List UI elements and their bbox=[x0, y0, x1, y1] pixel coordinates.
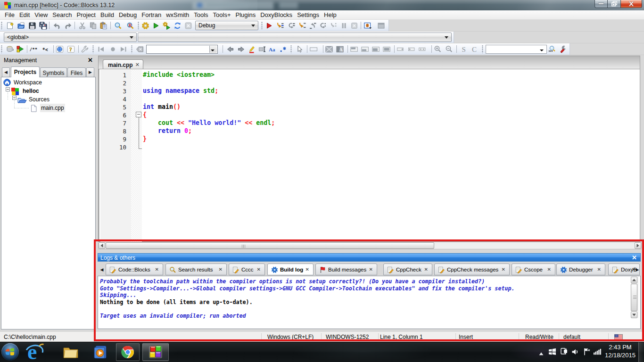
wxs-border-right-icon[interactable] bbox=[397, 45, 407, 53]
next-line-icon[interactable] bbox=[288, 22, 296, 30]
doxyblocks-extract-icon[interactable] bbox=[16, 45, 24, 53]
copy-icon[interactable] bbox=[89, 22, 97, 30]
incsearch-clear-icon[interactable] bbox=[136, 45, 144, 53]
source-letter-s-icon[interactable]: S bbox=[460, 45, 468, 53]
wxs-pointer-icon[interactable] bbox=[296, 45, 304, 53]
taskbar-clock[interactable]: 2:43 PM12/18/2015 bbox=[605, 344, 636, 359]
paste-icon[interactable] bbox=[99, 22, 107, 30]
wxs-align-top-icon[interactable] bbox=[350, 45, 360, 53]
menu-settings[interactable]: Settings bbox=[295, 10, 322, 20]
taskbar-app-codeblocks[interactable] bbox=[142, 343, 169, 361]
tray-power-plug-icon[interactable] bbox=[560, 347, 568, 357]
fortran-record-icon[interactable] bbox=[109, 45, 117, 53]
scope-combobox[interactable]: <global> bbox=[4, 33, 137, 42]
save-all-icon[interactable] bbox=[39, 22, 47, 30]
debugging-windows-icon[interactable] bbox=[364, 22, 373, 30]
tray-windows-update-icon[interactable] bbox=[548, 348, 556, 357]
management-tab-files[interactable]: Files bbox=[67, 67, 86, 77]
minimize-button[interactable] bbox=[594, 0, 608, 8]
menu-debug[interactable]: Debug bbox=[116, 10, 139, 20]
comment-line-icon[interactable]: *< bbox=[42, 45, 52, 53]
dropdown-button[interactable] bbox=[209, 46, 217, 53]
rebuild-icon[interactable] bbox=[173, 22, 182, 30]
new-file-icon[interactable] bbox=[6, 22, 14, 30]
build-icon[interactable] bbox=[141, 22, 149, 30]
tree-item-workspace[interactable]: Workspace bbox=[1, 79, 95, 87]
doxy-settings-icon[interactable] bbox=[81, 45, 89, 53]
incsearch-selected-only-icon[interactable] bbox=[258, 45, 266, 53]
start-button[interactable] bbox=[1, 343, 19, 361]
wxs-align-fill-icon[interactable] bbox=[383, 45, 392, 53]
run-icon[interactable] bbox=[152, 22, 160, 30]
wxs-border-left-icon[interactable] bbox=[408, 45, 418, 53]
restore-button[interactable] bbox=[608, 0, 620, 8]
tray-network-signal-icon[interactable] bbox=[593, 348, 602, 357]
taskbar-app-media-player[interactable] bbox=[91, 343, 111, 361]
menu-view[interactable]: View bbox=[32, 10, 50, 20]
tray-action-flag-icon[interactable] bbox=[583, 348, 591, 357]
editor-tab-main-cpp[interactable]: main.cpp ✕ bbox=[103, 59, 143, 69]
wxs-align-bottom-icon[interactable] bbox=[361, 45, 371, 53]
symbol-combobox[interactable] bbox=[138, 33, 452, 42]
doxyblocks-search-combobox[interactable] bbox=[486, 45, 547, 54]
dropdown-button[interactable] bbox=[538, 46, 546, 53]
zoom-in-icon[interactable] bbox=[434, 45, 442, 53]
menu-tools-[interactable]: Tools+ bbox=[211, 10, 233, 20]
menu-file[interactable]: File bbox=[2, 10, 17, 20]
fortran-forward-icon[interactable] bbox=[119, 45, 127, 53]
management-tab-projects[interactable]: Projects bbox=[11, 66, 40, 77]
taskbar-app-chrome[interactable] bbox=[116, 343, 140, 361]
debug-continue-icon[interactable] bbox=[265, 22, 273, 30]
replace-icon[interactable]: R bbox=[126, 22, 134, 30]
build-target-combobox[interactable]: Debug bbox=[195, 21, 258, 30]
management-tabs-scroll-left[interactable]: ◀ bbox=[2, 67, 10, 77]
menu-project[interactable]: Project bbox=[74, 10, 98, 20]
menu-build[interactable]: Build bbox=[98, 10, 116, 20]
fold-collapse-marker[interactable] bbox=[136, 112, 141, 117]
management-tab-symbols[interactable]: Symbols bbox=[40, 67, 67, 77]
doxygen-run-icon[interactable] bbox=[6, 45, 14, 53]
wxs-align-center-icon[interactable] bbox=[372, 45, 381, 53]
stop-debug-icon[interactable] bbox=[350, 22, 358, 30]
incremental-search-combobox[interactable] bbox=[146, 45, 218, 54]
fortran-back-icon[interactable] bbox=[97, 45, 105, 53]
zoom-out-icon[interactable] bbox=[445, 45, 453, 53]
editor-tab-close-icon[interactable]: ✕ bbox=[135, 62, 140, 68]
tree-item-sources[interactable]: Sources bbox=[1, 96, 95, 104]
abort-build-icon[interactable] bbox=[184, 22, 192, 30]
doxywizard-icon[interactable] bbox=[56, 45, 65, 53]
menu-fortran[interactable]: Fortran bbox=[139, 10, 164, 20]
wxs-quick-props-icon[interactable]: A bbox=[336, 45, 345, 53]
management-close-icon[interactable]: ✕ bbox=[88, 57, 93, 64]
step-into-instruction-icon[interactable] bbox=[330, 22, 338, 30]
show-desktop-button[interactable] bbox=[638, 342, 644, 362]
doxy-config-icon[interactable] bbox=[559, 45, 567, 53]
pause-debug-icon[interactable] bbox=[340, 22, 348, 30]
various-info-icon[interactable] bbox=[377, 22, 385, 30]
tree-item-main-cpp[interactable]: main.cpp bbox=[1, 104, 95, 112]
incsearch-prev-icon[interactable] bbox=[226, 45, 234, 53]
tree-item-helloc[interactable]: helloc bbox=[1, 87, 95, 95]
menu-help[interactable]: Help bbox=[322, 10, 339, 20]
wxs-add-panel-icon[interactable] bbox=[310, 45, 321, 53]
menu-plugins[interactable]: Plugins bbox=[233, 10, 258, 20]
find-icon[interactable] bbox=[114, 22, 122, 30]
close-button[interactable] bbox=[620, 0, 642, 8]
build-and-run-icon[interactable] bbox=[163, 22, 171, 30]
menu-wxsmith[interactable]: wxSmith bbox=[164, 10, 191, 20]
editor-surface[interactable]: 12345678910 #include <iostream>using nam… bbox=[98, 69, 640, 242]
doxy-help-icon[interactable]: ? bbox=[67, 45, 76, 53]
tray-expand-arrow-icon[interactable] bbox=[538, 350, 544, 358]
wxs-show-palette-icon[interactable] bbox=[325, 45, 334, 53]
undo-icon[interactable] bbox=[52, 22, 60, 30]
incsearch-regex-icon[interactable] bbox=[280, 45, 288, 53]
incsearch-next-icon[interactable] bbox=[237, 45, 245, 53]
next-instruction-icon[interactable] bbox=[319, 22, 327, 30]
management-tabs-scroll-right[interactable]: ▶ bbox=[86, 67, 94, 77]
save-icon[interactable] bbox=[28, 22, 36, 30]
wxs-border-all-icon[interactable] bbox=[419, 45, 429, 53]
step-out-icon[interactable] bbox=[309, 22, 317, 30]
comment-block-icon[interactable]: /** bbox=[29, 45, 41, 53]
run-to-cursor-icon[interactable] bbox=[276, 22, 284, 30]
tray-volume-icon[interactable] bbox=[571, 348, 579, 357]
